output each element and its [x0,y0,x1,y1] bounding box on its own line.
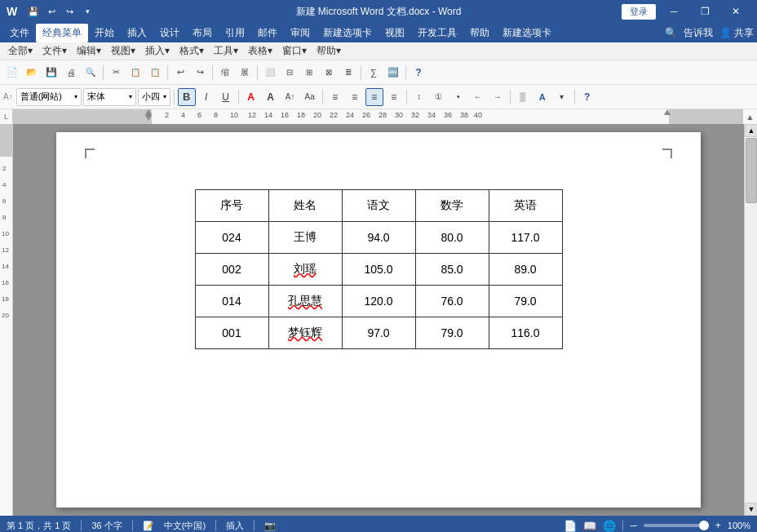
font-size-shrink[interactable]: Aa [301,88,319,106]
language-indicator[interactable]: 中文(中国) [164,520,206,532]
menu-item-help[interactable]: 帮助 [463,24,496,42]
numbering-btn[interactable]: ① [430,88,448,106]
cut-btn[interactable]: ✂ [107,64,125,82]
redo-btn[interactable]: ↪ [191,64,209,82]
text-shading-btn[interactable]: ▒ [514,88,532,106]
align-justify-btn[interactable]: ≡ [385,88,403,106]
customize-quick-btn[interactable]: ▾ [79,3,95,20]
share-button[interactable]: 👤 共享 [719,26,754,40]
cell-id-0: 024 [195,222,268,254]
redo-quick-btn[interactable]: ↪ [61,3,77,20]
minimize-button[interactable]: ─ [659,0,688,23]
zoom-in-btn[interactable]: + [715,520,721,531]
scroll-down-btn[interactable]: ▼ [745,503,757,516]
classic-insert[interactable]: 插入▾ [140,42,175,60]
underline-button[interactable]: U [217,88,235,106]
classic-edit[interactable]: 编辑▾ [72,42,106,60]
zoom-out-btn[interactable]: ─ [630,520,637,531]
classic-table[interactable]: 表格▾ [243,42,277,60]
undo-btn[interactable]: ↩ [171,64,189,82]
rows-btn[interactable]: ⊞ [300,64,318,82]
view-print-btn[interactable]: 📄 [564,520,577,532]
classic-file[interactable]: 文件▾ [38,42,72,60]
italic-button[interactable]: I [197,88,215,106]
tell-me-label[interactable]: 告诉我 [684,26,713,40]
help-btn[interactable]: ? [409,64,427,82]
menu-item-devtools[interactable]: 开发工具 [411,24,463,42]
menu-item-file[interactable]: 文件 [3,24,36,42]
scroll-up-btn[interactable]: ▲ [745,124,757,137]
classic-help[interactable]: 帮助▾ [312,42,346,60]
field-btn[interactable]: ∑ [365,64,383,82]
insert-mode[interactable]: 插入 [226,520,244,532]
classic-tools[interactable]: 工具▾ [209,42,243,60]
line-spacing-btn[interactable]: ↕ [410,88,428,106]
highlight-btn[interactable]: A [262,88,280,106]
ruler-collapse-btn[interactable]: ▲ [742,109,757,124]
expand-btn[interactable]: 展 [236,64,254,82]
zoom-level[interactable]: 100% [728,521,750,530]
menu-item-newtab2[interactable]: 新建选项卡 [496,24,558,42]
normal-view-btn[interactable]: ≣ [339,64,357,82]
bold-button[interactable]: B [178,88,196,106]
menu-item-newtab1[interactable]: 新建选项卡 [317,24,378,42]
menu-item-review[interactable]: 审阅 [284,24,317,42]
classic-window[interactable]: 窗口▾ [277,42,312,60]
align-center-btn[interactable]: ≡ [346,88,364,106]
print-btn[interactable]: 🖨 [62,64,80,82]
ruler-num-34: 34 [427,111,436,119]
login-button[interactable]: 登录 [622,4,656,20]
save-btn[interactable]: 💾 [42,64,60,82]
new-doc-btn[interactable]: 📄 [3,64,21,82]
classic-menu-bar: 全部▾ 文件▾ 编辑▾ 视图▾ 插入▾ 格式▾ 工具▾ 表格▾ 窗口▾ 帮助▾ [0,42,757,60]
view-web-btn[interactable]: 🌐 [603,520,616,532]
view-read-btn[interactable]: 📖 [583,520,596,532]
classic-all[interactable]: 全部▾ [3,42,38,60]
bullets-btn[interactable]: • [449,88,467,106]
classic-view[interactable]: 视图▾ [106,42,140,60]
cell-id-2: 014 [195,286,268,317]
save-quick-btn[interactable]: 💾 [25,3,42,20]
menu-item-layout[interactable]: 布局 [186,24,219,42]
paste-btn[interactable]: 📋 [146,64,164,82]
menu-item-classic[interactable]: 经典菜单 [36,24,88,42]
more-format-btn[interactable]: ▾ [553,88,571,106]
open-btn[interactable]: 📂 [23,64,41,82]
shrink-btn[interactable]: 缩 [216,64,234,82]
font-dropdown[interactable]: 宋体 ▾ [83,88,136,106]
more-btn[interactable]: ⬜ [261,64,279,82]
size-dropdown[interactable]: 小四 ▾ [138,88,170,106]
close-button[interactable]: ✕ [721,0,750,23]
classic-format[interactable]: 格式▾ [175,42,209,60]
align-right-btn[interactable]: ≡ [365,88,383,106]
col-btn[interactable]: ⊟ [281,64,299,82]
menu-item-insert[interactable]: 插入 [121,24,153,42]
vertical-scrollbar[interactable]: ▲ ▼ [744,124,757,516]
sort-btn[interactable]: 🔤 [384,64,402,82]
indent-inc-btn[interactable]: → [489,88,507,106]
print-preview-btn[interactable]: 🔍 [82,64,100,82]
table-view-btn[interactable]: ⊠ [320,64,338,82]
document-canvas[interactable]: 序号 姓名 语文 数学 英语 024 王博 94.0 80.0 [13,124,744,516]
format-sep-5 [510,90,511,104]
scroll-thumb[interactable] [746,138,757,203]
undo-quick-btn[interactable]: ↩ [43,3,60,20]
ruler-num-12: 12 [248,111,256,119]
help2-btn[interactable]: ? [578,88,596,106]
menu-item-references[interactable]: 引用 [219,24,251,42]
zoom-slider[interactable] [644,524,709,527]
font-color-btn[interactable]: A [242,88,260,106]
menu-item-mailings[interactable]: 邮件 [251,24,284,42]
ruler-corner[interactable]: L [0,109,13,124]
indent-dec-btn[interactable]: ← [469,88,487,106]
format-sep-6 [574,90,575,104]
menu-item-view[interactable]: 视图 [378,24,411,42]
font-size-grow[interactable]: A↑ [281,88,299,106]
menu-item-design[interactable]: 设计 [153,24,186,42]
style-dropdown[interactable]: 普通(网站) ▾ [16,88,82,106]
menu-item-home[interactable]: 开始 [88,24,121,42]
text-color2-btn[interactable]: A [533,88,551,106]
copy-btn[interactable]: 📋 [126,64,144,82]
align-left-btn[interactable]: ≡ [326,88,344,106]
restore-button[interactable]: ❐ [690,0,719,23]
